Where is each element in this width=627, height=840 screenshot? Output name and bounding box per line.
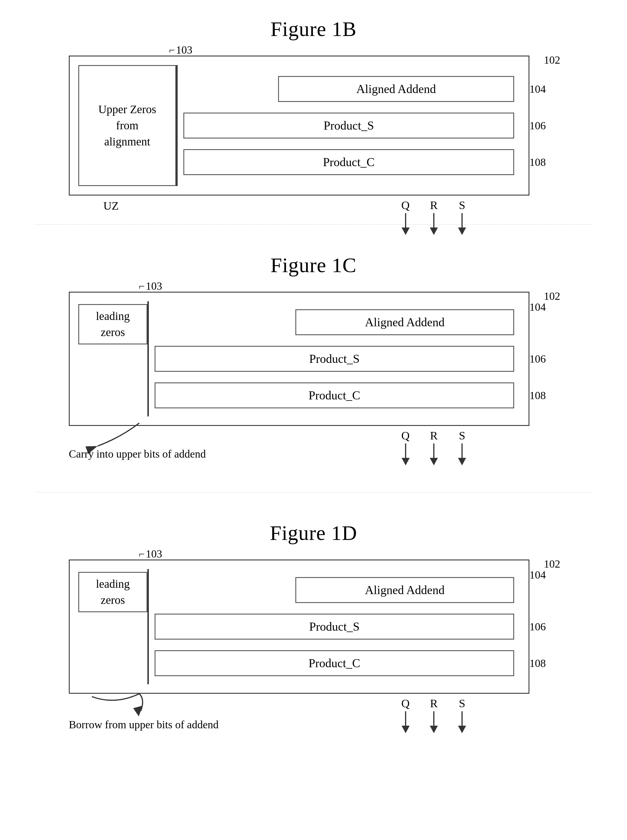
label-103-1b: ⌐103 (169, 44, 192, 56)
arrow-r-1d: R (430, 697, 438, 733)
arrow-q-1d: Q (401, 697, 410, 733)
figure-1d-title: Figure 1D (270, 521, 357, 545)
left-box-text-1c: leadingzeros (96, 308, 130, 340)
arrows-1c: Q R S (401, 429, 466, 465)
label-102-1b: 102 (544, 54, 560, 66)
left-box-1c: leadingzeros (78, 304, 147, 344)
aligned-addend-1d: Aligned Addend (295, 577, 514, 603)
label-103-1d: ⌐103 (139, 547, 162, 560)
label-102-1c: 102 (544, 290, 560, 303)
label-102-1d: 102 (544, 558, 560, 570)
arrow-q-1b: Q (401, 199, 410, 235)
label-108-1c: 108 (529, 389, 546, 402)
carry-text-1c: Carry into upper bits of addend (69, 448, 206, 460)
label-104-1b: 104 (529, 83, 546, 95)
arrow-r-1c: R (430, 429, 438, 465)
left-box-text-1b: Upper Zerosfromalignment (98, 101, 156, 150)
figure-1d-section: Figure 1D 102 ⌐103 leadingzeros (35, 521, 592, 734)
figure-1c-section: Figure 1C 102 ⌐103 leadingzeros (35, 254, 592, 463)
label-103-1c: ⌐103 (139, 280, 162, 292)
label-108-1d: 108 (529, 657, 546, 670)
product-s-1b: Product_S (183, 113, 514, 139)
borrow-text-1d: Borrow from upper bits of addend (69, 718, 219, 731)
label-106-1c: 106 (529, 353, 546, 365)
aligned-addend-1c: Aligned Addend (295, 309, 514, 335)
arrow-r-1b: R (430, 199, 438, 235)
product-c-1d: Product_C (154, 650, 514, 676)
left-box-text-1d: leadingzeros (96, 576, 130, 608)
arrow-s-1c: S (458, 429, 466, 465)
aligned-addend-1b: Aligned Addend (278, 76, 514, 102)
product-s-1d: Product_S (154, 614, 514, 640)
arrows-1d: Q R S (401, 697, 466, 733)
arrow-s-1b: S (458, 199, 466, 235)
arrow-q-1c: Q (401, 429, 410, 465)
label-106-1b: 106 (529, 119, 546, 132)
figure-1b-diagram: 102 ⌐103 Upper Zerosfromalignment (69, 55, 558, 195)
page: Figure 1B 102 ⌐103 Upper Zerosfromalignm… (0, 0, 627, 840)
left-box-1d: leadingzeros (78, 572, 147, 612)
figure-1c-title: Figure 1C (270, 254, 356, 277)
figure-1c-diagram: 102 ⌐103 leadingzeros (69, 292, 558, 463)
uz-label: UZ (103, 199, 118, 213)
figure-1b-section: Figure 1B 102 ⌐103 Upper Zerosfromalignm… (35, 17, 592, 195)
label-104-1d: 104 (529, 569, 546, 581)
label-104-1c: 104 (529, 301, 546, 313)
arrows-1b: Q R S (401, 199, 466, 235)
figure-1b-title: Figure 1B (270, 17, 356, 41)
arrow-r-label: R (430, 199, 438, 212)
product-c-1c: Product_C (154, 382, 514, 408)
left-box-1b: Upper Zerosfromalignment (78, 65, 176, 186)
divider-1 (35, 224, 592, 225)
label-108-1b: 108 (529, 156, 546, 169)
product-c-1b: Product_C (183, 149, 514, 175)
arrow-s-1d: S (458, 697, 466, 733)
label-106-1d: 106 (529, 620, 546, 633)
product-s-1c: Product_S (154, 346, 514, 372)
arrow-q-label: Q (401, 199, 410, 212)
figure-1d-diagram: 102 ⌐103 leadingzeros (69, 559, 558, 734)
arrow-s-label: S (459, 199, 465, 212)
